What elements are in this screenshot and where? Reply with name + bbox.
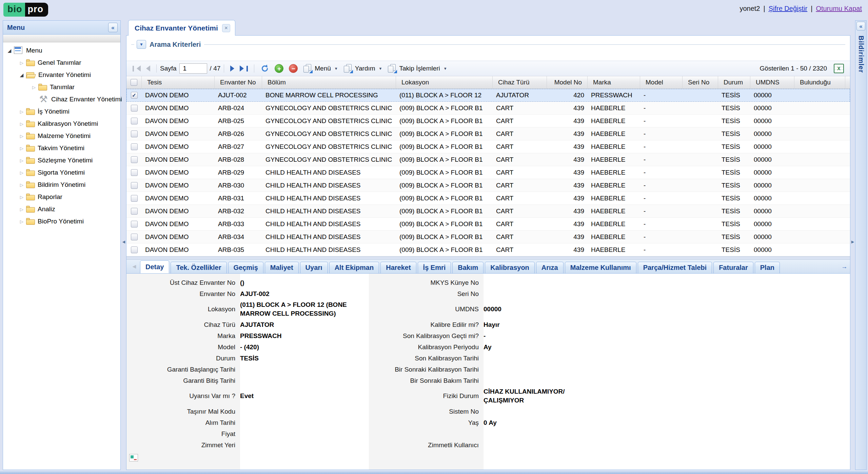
column-header-umdns[interactable]: UMDNS xyxy=(750,76,794,88)
change-password-link[interactable]: Şifre Değiştir xyxy=(769,5,807,13)
row-checkbox[interactable] xyxy=(131,143,138,150)
notifications-collapse-icon[interactable]: « xyxy=(856,22,865,31)
detail-tab-geçmiş[interactable]: Geçmiş xyxy=(228,262,263,273)
detail-tab-detay[interactable]: Detay xyxy=(140,260,169,273)
detail-tab-uyarı[interactable]: Uyarı xyxy=(300,262,328,273)
grid-row[interactable]: DAVON DEMOARB-028GYNECOLOGY AND OBSTETRI… xyxy=(126,153,850,166)
sidebar-item-sözleşme-yönetimi[interactable]: ▷ Sözleşme Yönetimi xyxy=(3,154,120,166)
tree-expander-icon[interactable]: ▷ xyxy=(18,219,25,224)
select-all-checkbox[interactable] xyxy=(131,79,137,86)
sidebar-item-tanımlar[interactable]: ▷ Tanımlar xyxy=(3,81,120,93)
grid-row[interactable]: DAVON DEMOARB-034CHILD HEALTH AND DISEAS… xyxy=(126,231,850,243)
detail-tab-kalibrasyon[interactable]: Kalibrasyon xyxy=(485,262,534,273)
grid-row[interactable]: DAVON DEMOARB-035CHILD HEALTH AND DISEAS… xyxy=(126,243,850,256)
tree-expander-icon[interactable]: ▷ xyxy=(18,207,25,212)
tree-expander-icon[interactable]: ▷ xyxy=(18,182,25,187)
detail-tab-tek-özellikler[interactable]: Tek. Özellikler xyxy=(171,262,226,273)
sidebar-item-raporlar[interactable]: ▷ Raporlar xyxy=(3,191,120,203)
column-header-bolum[interactable]: Bölüm xyxy=(262,76,396,88)
tree-expander-icon[interactable]: ▷ xyxy=(18,134,25,139)
row-checkbox[interactable] xyxy=(131,182,138,189)
logout-link[interactable]: Oturumu Kapat xyxy=(816,5,862,13)
detail-tab-malzeme-kullanımı[interactable]: Malzeme Kullanımı xyxy=(565,262,636,273)
detail-tabs-scroll-left-icon[interactable]: ◄ xyxy=(129,260,140,273)
sidebar-item-biopro-yönetimi[interactable]: ▷ BioPro Yönetimi xyxy=(3,215,120,228)
column-header-marka[interactable]: Marka xyxy=(588,76,640,88)
grid-row[interactable]: DAVON DEMOARB-025GYNECOLOGY AND OBSTETRI… xyxy=(126,115,850,127)
tree-expander-icon[interactable]: ◢ xyxy=(18,72,25,78)
help-button[interactable]: Yardım ▼ xyxy=(341,63,385,74)
column-header-lokasyon[interactable]: Lokasyon xyxy=(396,76,493,88)
add-button[interactable]: + xyxy=(272,63,286,74)
grid-row[interactable]: DAVON DEMOARB-030CHILD HEALTH AND DISEAS… xyxy=(126,179,850,192)
tree-expander-icon[interactable]: ▷ xyxy=(18,158,25,163)
grid-row[interactable]: DAVON DEMOARB-024GYNECOLOGY AND OBSTETRI… xyxy=(126,102,850,115)
tree-expander-icon[interactable]: ▷ xyxy=(18,60,25,65)
sidebar-splitter-collapse-icon[interactable]: ◄ xyxy=(121,239,126,244)
row-checkbox[interactable] xyxy=(131,131,138,137)
rightbar-splitter-expand-icon[interactable]: ► xyxy=(850,239,855,244)
row-checkbox[interactable] xyxy=(131,221,138,228)
detail-tab-bakım[interactable]: Bakım xyxy=(452,262,484,273)
notifications-collapsed-panel[interactable]: « Bildirimler xyxy=(855,20,867,470)
detail-tab-maliyet[interactable]: Maliyet xyxy=(265,262,299,273)
first-page-button[interactable] xyxy=(130,63,143,74)
grid-row[interactable]: DAVON DEMOARB-032CHILD HEALTH AND DISEAS… xyxy=(126,205,850,218)
detail-tab-faturalar[interactable]: Faturalar xyxy=(713,262,753,273)
sidebar-item-malzeme-yönetimi[interactable]: ▷ Malzeme Yönetimi xyxy=(3,130,120,142)
page-number-input[interactable] xyxy=(179,63,207,74)
row-checkbox[interactable]: ✓ xyxy=(131,92,138,99)
tree-expander-icon[interactable]: ▷ xyxy=(18,170,25,175)
detail-tab-arıza[interactable]: Arıza xyxy=(536,262,564,273)
tree-expander-icon[interactable]: ▷ xyxy=(18,146,25,151)
grid-row[interactable]: DAVON DEMOARB-031CHILD HEALTH AND DISEAS… xyxy=(126,192,850,205)
menu-button[interactable]: Menü ▼ xyxy=(300,63,340,74)
tab-cihaz-envanter-yonetimi[interactable]: Cihaz Envanter Yönetimi ✕ xyxy=(128,20,235,36)
sidebar-item-i-ş-yönetimi[interactable]: ▷ İş Yönetimi xyxy=(3,105,120,118)
tracking-operations-button[interactable]: Takip İşlemleri ▼ xyxy=(385,63,450,74)
column-header-seri_no[interactable]: Seri No xyxy=(683,76,718,88)
tree-expander-icon[interactable]: ▷ xyxy=(18,109,25,114)
grid-row[interactable]: DAVON DEMOARB-033CHILD HEALTH AND DISEAS… xyxy=(126,218,850,231)
grid-row[interactable]: DAVON DEMOARB-026GYNECOLOGY AND OBSTETRI… xyxy=(126,127,850,140)
row-checkbox[interactable] xyxy=(131,234,138,240)
tree-expander-icon[interactable]: ▷ xyxy=(18,195,25,200)
sidebar-item-sigorta-yönetimi[interactable]: ▷ Sigorta Yönetimi xyxy=(3,166,120,179)
sidebar-item-genel-tanımlar[interactable]: ▷ Genel Tanımlar xyxy=(3,57,120,69)
column-header-cihaz_turu[interactable]: Cihaz Türü xyxy=(493,76,547,88)
column-header-envanter_no[interactable]: Envanter No xyxy=(215,76,262,88)
grid-row[interactable]: ✓DAVON DEMOAJUT-002BONE MARROW CELL PROC… xyxy=(126,89,850,102)
grid-row[interactable]: DAVON DEMOARB-029CHILD HEALTH AND DISEAS… xyxy=(126,166,850,179)
column-header-durum[interactable]: Durum xyxy=(718,76,750,88)
sidebar-item-kalibrasyon-yönetimi[interactable]: ▷ Kalibrasyon Yönetimi xyxy=(3,118,120,130)
column-header-bulundugu[interactable]: Bulunduğu xyxy=(794,76,845,88)
sidebar-item-cihaz-envanter-yönetimi[interactable]: ⚒ Cihaz Envanter Yönetimi xyxy=(3,93,120,105)
sidebar-collapse-icon[interactable]: « xyxy=(108,23,118,32)
row-checkbox[interactable] xyxy=(131,169,138,176)
detail-tab-plan[interactable]: Plan xyxy=(755,262,780,273)
column-header-model_no[interactable]: Model No xyxy=(547,76,588,88)
detail-tab-alt-ekipman[interactable]: Alt Ekipman xyxy=(329,262,379,273)
sidebar-item-envanter-yönetimi[interactable]: ◢ Envanter Yönetimi xyxy=(3,69,120,81)
next-page-button[interactable] xyxy=(228,63,237,74)
sidebar-item-analiz[interactable]: ▷ Analiz xyxy=(3,203,120,215)
refresh-button[interactable] xyxy=(258,63,272,74)
detail-tab-i-ş-emri[interactable]: İş Emri xyxy=(418,262,451,273)
row-checkbox[interactable] xyxy=(131,105,138,112)
horizontal-splitter[interactable] xyxy=(126,256,850,260)
column-header-model[interactable]: Model xyxy=(640,76,683,88)
detail-tabs-scroll-right-icon[interactable]: → xyxy=(839,260,850,273)
grid-row[interactable]: DAVON DEMOARB-027GYNECOLOGY AND OBSTETRI… xyxy=(126,140,850,153)
last-page-button[interactable] xyxy=(237,63,251,74)
remove-button[interactable]: − xyxy=(286,63,300,74)
sidebar-item-bildirim-yönetimi[interactable]: ▷ Bildirim Yönetimi xyxy=(3,179,120,191)
tree-expander-icon[interactable]: ▷ xyxy=(30,85,38,90)
row-checkbox[interactable] xyxy=(131,118,138,124)
sidebar-item-menu[interactable]: ◢ Menu xyxy=(3,44,120,57)
search-criteria-toggle-icon[interactable]: ▼ xyxy=(137,40,146,49)
detail-tab-hareket[interactable]: Hareket xyxy=(380,262,416,273)
tree-expander-icon[interactable]: ▷ xyxy=(18,121,25,126)
excel-export-button[interactable]: X xyxy=(831,63,847,74)
sidebar-item-takvim-yönetimi[interactable]: ▷ Takvim Yönetimi xyxy=(3,142,120,154)
column-header-tesis[interactable]: Tesis xyxy=(142,76,215,88)
